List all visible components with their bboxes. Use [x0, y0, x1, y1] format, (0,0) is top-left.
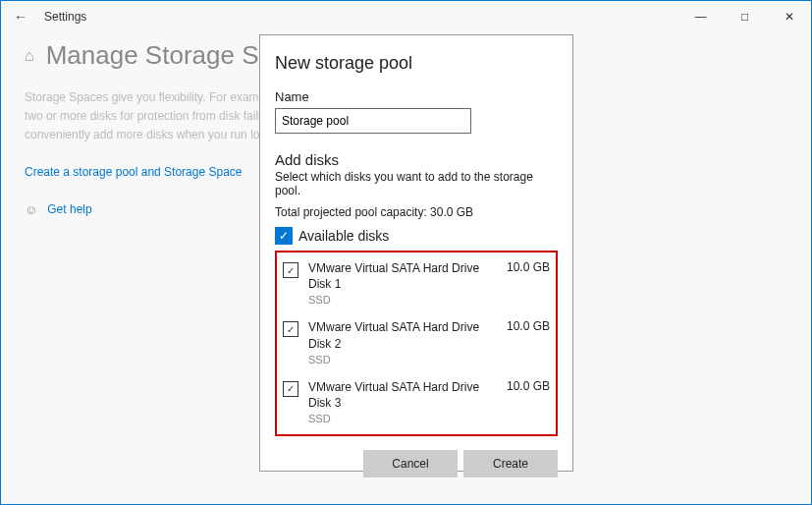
add-disks-heading: Add disks	[275, 151, 558, 168]
disk-info: VMware Virtual SATA Hard Drive Disk 1 SS…	[308, 260, 497, 306]
pool-name-input[interactable]	[275, 108, 471, 134]
disk-name: VMware Virtual SATA Hard Drive Disk 1	[308, 260, 497, 292]
disk-checkbox[interactable]: ✓	[283, 262, 298, 278]
disk-checkbox[interactable]: ✓	[283, 381, 298, 397]
disk-checkbox[interactable]: ✓	[283, 321, 298, 337]
disk-name: VMware Virtual SATA Hard Drive Disk 3	[308, 379, 497, 411]
new-storage-pool-dialog: New storage pool Name Add disks Select w…	[259, 34, 573, 472]
disk-size: 10.0 GB	[507, 379, 550, 393]
disk-row: ✓ VMware Virtual SATA Hard Drive Disk 3 …	[283, 379, 550, 424]
add-disks-description: Select which disks you want to add to th…	[275, 170, 558, 197]
dialog-title: New storage pool	[275, 53, 558, 74]
available-disks-label: Available disks	[298, 228, 389, 244]
disk-size: 10.0 GB	[507, 260, 550, 274]
create-button[interactable]: Create	[463, 450, 558, 477]
disk-type: SSD	[308, 294, 497, 306]
disk-row: ✓ VMware Virtual SATA Hard Drive Disk 2 …	[283, 319, 550, 365]
window-controls: — □ ✕	[678, 1, 811, 32]
available-disks-row: ✓ Available disks	[275, 227, 558, 245]
title-bar: ← Settings — □ ✕	[1, 1, 811, 32]
dialog-buttons: Cancel Create	[275, 450, 558, 477]
disk-list-highlight: ✓ VMware Virtual SATA Hard Drive Disk 1 …	[275, 251, 558, 436]
minimize-button[interactable]: —	[678, 1, 723, 32]
disk-type: SSD	[308, 413, 497, 424]
window-title: Settings	[44, 10, 86, 24]
total-capacity: Total projected pool capacity: 30.0 GB	[275, 205, 558, 219]
disk-type: SSD	[308, 354, 497, 365]
cancel-button[interactable]: Cancel	[363, 450, 458, 477]
close-button[interactable]: ✕	[767, 1, 811, 32]
disk-info: VMware Virtual SATA Hard Drive Disk 3 SS…	[308, 379, 497, 424]
available-disks-checkbox[interactable]: ✓	[275, 227, 293, 245]
back-button[interactable]: ←	[1, 9, 40, 25]
disk-name: VMware Virtual SATA Hard Drive Disk 2	[308, 319, 497, 351]
name-label: Name	[275, 89, 558, 104]
help-icon: ☺	[25, 202, 37, 217]
maximize-button[interactable]: □	[723, 1, 767, 32]
help-link[interactable]: Get help	[47, 202, 91, 216]
disk-info: VMware Virtual SATA Hard Drive Disk 2 SS…	[308, 319, 497, 365]
disk-row: ✓ VMware Virtual SATA Hard Drive Disk 1 …	[283, 260, 550, 306]
disk-size: 10.0 GB	[507, 319, 550, 333]
page-title: Manage Storage Spa	[46, 40, 288, 71]
home-icon[interactable]: ⌂	[25, 47, 34, 65]
